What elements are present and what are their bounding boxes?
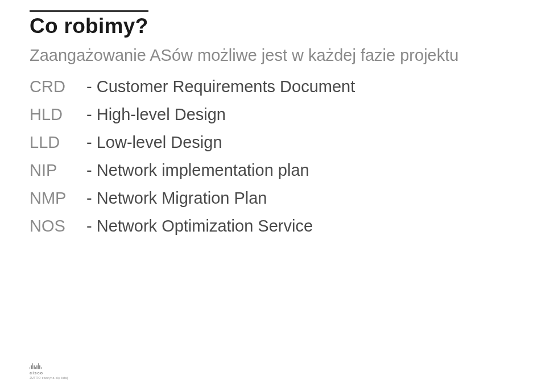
list-item: NOS - Network Optimization Service xyxy=(30,217,516,236)
cisco-wordmark: cisco xyxy=(30,370,43,376)
footer: cisco JUTRO zaczyna się tutaj xyxy=(30,362,68,379)
abbr-label: NMP xyxy=(30,189,86,208)
slide: Co robimy? Zaangażowanie ASów możliwe je… xyxy=(0,0,546,392)
abbr-description: - Network implementation plan xyxy=(86,161,309,180)
title-bar: Co robimy? xyxy=(30,10,148,38)
abbr-label: HLD xyxy=(30,105,86,124)
abbr-description: - Customer Requirements Document xyxy=(86,77,355,96)
abbr-description: - Network Migration Plan xyxy=(86,189,267,208)
list-item: CRD - Customer Requirements Document xyxy=(30,77,516,96)
list-item: LLD - Low-level Design xyxy=(30,133,516,152)
footer-tagline: JUTRO zaczyna się tutaj xyxy=(30,376,68,379)
abbr-label: NIP xyxy=(30,161,86,180)
abbr-label: NOS xyxy=(30,217,86,236)
slide-subtitle: Zaangażowanie ASów możliwe jest w każdej… xyxy=(30,46,516,65)
abbr-description: - High-level Design xyxy=(86,105,226,124)
abbr-label: LLD xyxy=(30,133,86,152)
abbr-label: CRD xyxy=(30,77,86,96)
abbr-description: - Network Optimization Service xyxy=(86,217,313,236)
list-item: NMP - Network Migration Plan xyxy=(30,189,516,208)
abbreviation-list: CRD - Customer Requirements Document HLD… xyxy=(30,77,516,236)
slide-title: Co robimy? xyxy=(30,14,148,38)
list-item: NIP - Network implementation plan xyxy=(30,161,516,180)
abbr-description: - Low-level Design xyxy=(86,133,222,152)
cisco-bridge-icon xyxy=(30,362,42,369)
list-item: HLD - High-level Design xyxy=(30,105,516,124)
